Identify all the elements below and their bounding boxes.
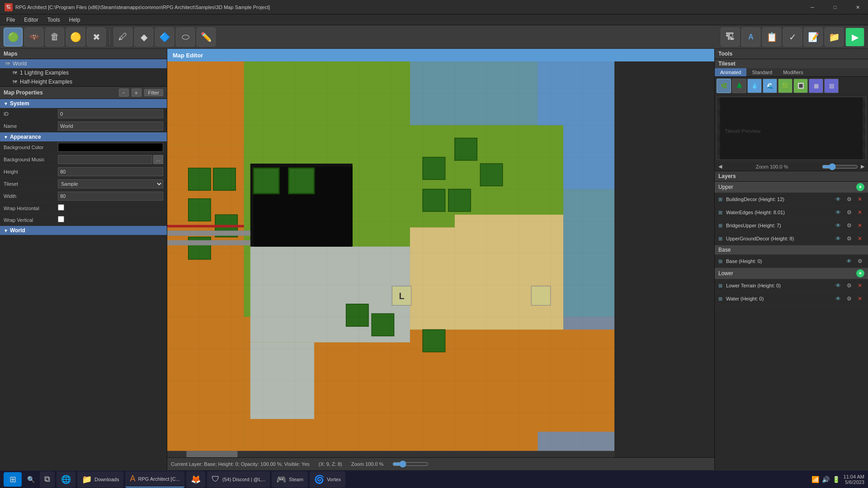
layer-group-upper-add-button[interactable]: +: [856, 183, 864, 191]
vortex-button[interactable]: 🌀 Vortex: [310, 471, 345, 488]
erase-tool-button[interactable]: ✖: [87, 28, 106, 47]
prop-bgmusic-browse-button[interactable]: …: [153, 155, 163, 164]
prop-width-input[interactable]: [58, 192, 163, 201]
layer-settings-wateredges[interactable]: ⚙: [844, 208, 854, 217]
prop-bgcolor-swatch[interactable]: [58, 143, 163, 152]
layer-settings-buildingdecor[interactable]: ⚙: [844, 195, 854, 204]
prop-tileset-select[interactable]: Sample Modern Sci-Fi Fantasy: [58, 179, 163, 188]
zoom-slider[interactable]: [392, 462, 429, 466]
tileset-icon-3[interactable]: 💧: [747, 79, 762, 93]
prop-name-input[interactable]: [58, 122, 163, 131]
prop-wrapv-checkbox[interactable]: [58, 216, 64, 222]
layer-visibility-bridgesupper[interactable]: 👁: [834, 221, 843, 230]
props-list-button[interactable]: ≡: [132, 89, 142, 97]
appearance-section-header[interactable]: ▼ Appearance: [0, 132, 167, 141]
layer-settings-uppergrounddecor[interactable]: ⚙: [844, 234, 854, 243]
rpgarchitect-button[interactable]: A RPG Architect [C...: [125, 471, 184, 488]
edge-button[interactable]: 🌐: [57, 471, 75, 488]
tile-tool-button[interactable]: 🔷: [155, 28, 174, 47]
toolbar-separator-1: [109, 29, 110, 45]
layer-visibility-base[interactable]: 👁: [844, 257, 854, 266]
map-tree-item-lighting[interactable]: 🗺 1 Lighting Examples: [0, 68, 167, 77]
system-tray-icons: 📶 🔊 🔋: [811, 476, 840, 483]
tileset-icon-7[interactable]: ▦: [809, 79, 823, 93]
layer-visibility-wateredges[interactable]: 👁: [834, 208, 843, 217]
orb-tool-button[interactable]: 🟡: [66, 28, 85, 47]
system-section-header[interactable]: ▼ System: [0, 99, 167, 108]
minimize-button[interactable]: ─: [802, 0, 823, 14]
layer-delete-buildingdecor[interactable]: ✕: [855, 195, 864, 204]
monster-tool-button[interactable]: 🦇: [24, 28, 43, 47]
check-tool-button[interactable]: ✓: [783, 28, 802, 47]
barrel-tool-button[interactable]: 🗑: [45, 28, 64, 47]
props-filter-button[interactable]: Filter: [144, 89, 163, 96]
layer-settings-base[interactable]: ⚙: [855, 257, 864, 266]
props-minus-button[interactable]: −: [119, 89, 129, 97]
firefox-button[interactable]: 🦊: [186, 471, 205, 488]
layer-settings-bridgesupper[interactable]: ⚙: [844, 221, 854, 230]
tileset-icon-2[interactable]: 🌲: [732, 79, 746, 93]
layer-name-uppergrounddecor: UpperGroundDecor (Height: 8): [726, 236, 832, 241]
menu-item-tools[interactable]: Tools: [43, 16, 65, 24]
explorer-button[interactable]: 📁 Downloads: [77, 471, 123, 488]
tileset-icon-8[interactable]: ▧: [824, 79, 839, 93]
pencil-tool-button[interactable]: 🖊: [113, 28, 132, 47]
taskview-button[interactable]: ⧉: [40, 471, 55, 488]
layer-settings-water[interactable]: ⚙: [844, 294, 854, 303]
layer-stack-icon-1: ⊞: [718, 197, 722, 202]
system-clock[interactable]: 11:04 AM 5/6/2023: [844, 474, 864, 485]
search-button[interactable]: 🔍: [24, 472, 38, 487]
close-button[interactable]: ✕: [847, 0, 868, 14]
tileset-preview[interactable]: Tileset Preview: [717, 97, 866, 160]
tileset-icon-6[interactable]: 🔳: [793, 79, 808, 93]
layer-visibility-lowterrain[interactable]: 👁: [834, 281, 843, 290]
tileset-icon-1[interactable]: 🌿: [717, 79, 731, 93]
folder-tool-button[interactable]: 📁: [825, 28, 844, 47]
oval-tool-button[interactable]: ⬭: [176, 28, 195, 47]
map-tree-item-world[interactable]: 🗺 World: [0, 59, 167, 68]
layer-delete-water[interactable]: ✕: [855, 294, 864, 303]
layer-delete-uppergrounddecor[interactable]: ✕: [855, 234, 864, 243]
prop-id-input[interactable]: [58, 109, 163, 118]
tileset-tab-animated[interactable]: Animated: [715, 68, 746, 76]
map-canvas[interactable]: L: [167, 61, 714, 457]
world-section-header[interactable]: ▼ World: [0, 226, 167, 235]
center-panel: Map Editor: [167, 49, 714, 470]
layer-settings-lowterrain[interactable]: ⚙: [844, 281, 854, 290]
tileset-tab-standard[interactable]: Standard: [746, 68, 778, 76]
brush-tool-button[interactable]: ✏️: [197, 28, 216, 47]
map-tree-item-halfheight[interactable]: 🗺 Half-Height Examples: [0, 77, 167, 86]
tileset-icon-5[interactable]: 🟩: [778, 79, 793, 93]
menu-item-editor[interactable]: Editor: [19, 16, 42, 24]
layer-delete-bridgesupper[interactable]: ✕: [855, 221, 864, 230]
terrain-tool-button[interactable]: 🟢: [4, 28, 23, 47]
clipboard-tool-button[interactable]: 📋: [762, 28, 781, 47]
layer-visibility-water[interactable]: 👁: [834, 294, 843, 303]
layer-delete-lowterrain[interactable]: ✕: [855, 281, 864, 290]
text-tool-button[interactable]: A: [741, 28, 760, 47]
layer-controls-base: 👁 ⚙: [844, 257, 864, 266]
notes-tool-button[interactable]: 📝: [804, 28, 823, 47]
layer-visibility-buildingdecor[interactable]: 👁: [834, 195, 843, 204]
tileset-icon-4[interactable]: 🌊: [763, 79, 777, 93]
tileset-zoom-slider[interactable]: [822, 165, 858, 169]
prop-height-input[interactable]: [58, 167, 163, 176]
layer-visibility-uppergrounddecor[interactable]: 👁: [834, 234, 843, 243]
prop-bgmusic-input[interactable]: [58, 155, 152, 164]
build-tool-button[interactable]: 🏗: [721, 28, 740, 47]
prop-wraph-checkbox[interactable]: [58, 204, 64, 211]
play-tool-button[interactable]: ▶: [845, 28, 864, 47]
steam-button[interactable]: 🎮 Steam: [272, 471, 308, 488]
map-canvas-area[interactable]: L: [167, 61, 714, 457]
layer-stack-icon-6: ⊞: [718, 283, 722, 289]
tileset-tab-modifiers[interactable]: Modifiers: [778, 68, 809, 76]
menu-item-help[interactable]: Help: [65, 16, 85, 24]
maximize-button[interactable]: □: [825, 0, 845, 14]
title-bar: 🏗 RPG Architect [C:\Program Files (x86)\…: [0, 0, 868, 14]
layer-delete-wateredges[interactable]: ✕: [855, 208, 864, 217]
layer-group-lower-add-button[interactable]: +: [856, 269, 864, 277]
start-button[interactable]: ⊞: [4, 472, 22, 487]
diamond-tool-button[interactable]: ◆: [134, 28, 153, 47]
discord-button[interactable]: 🛡 (54) Discord | @L...: [207, 471, 270, 488]
menu-item-file[interactable]: File: [2, 16, 19, 24]
